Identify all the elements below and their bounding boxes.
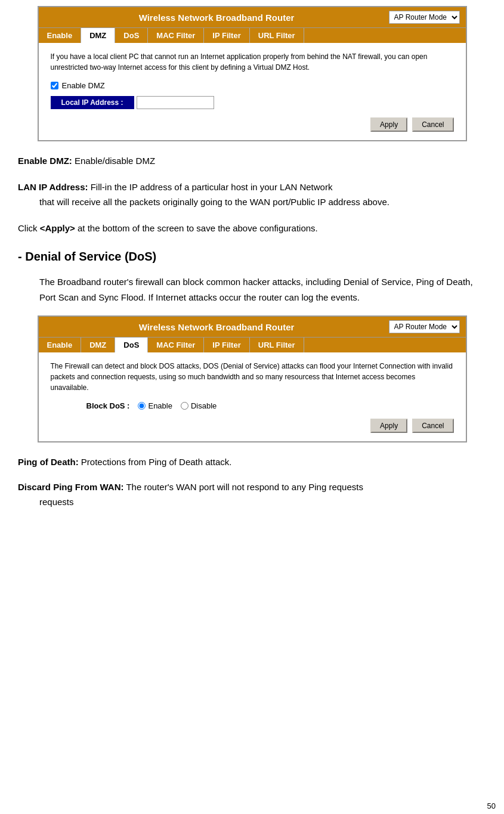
discard-desc: The router's WAN port will not respond t…	[124, 482, 363, 492]
ping-term: Ping of Death:	[18, 457, 79, 467]
dos-router-header-title: Wireless Network Broadband Router	[45, 322, 389, 332]
page-number: 50	[487, 801, 496, 810]
dos-intro-indent: The Broadband router's firewall can bloc…	[39, 274, 486, 305]
click-apply-text: Click	[18, 223, 40, 233]
dos-apply-button[interactable]: Apply	[370, 419, 407, 433]
nav-dos[interactable]: DoS	[115, 28, 148, 43]
lan-ip-indent: that will receive all the packets origin…	[39, 194, 486, 210]
click-apply-rest: at the bottom of the screen to save the …	[75, 223, 318, 233]
dos-intro: The Broadband router's firewall can bloc…	[39, 277, 473, 302]
discard-requests: requests	[39, 497, 74, 507]
discard-term: Discard Ping From WAN:	[18, 482, 124, 492]
dos-ap-router-mode-select[interactable]: AP Router Mode	[389, 320, 460, 333]
lan-ip-term: LAN IP Address:	[18, 182, 88, 192]
dos-btn-row: Apply Cancel	[51, 419, 454, 433]
ap-router-mode-select[interactable]: AP Router Mode	[389, 11, 460, 24]
dos-router-panel: Wireless Network Broadband Router AP Rou…	[38, 315, 467, 442]
dos-nav-url-filter[interactable]: URL Filter	[250, 338, 304, 352]
dmz-description: If you have a local client PC that canno…	[51, 51, 454, 73]
router-nav-dmz: Enable DMZ DoS MAC Filter IP Filter URL …	[39, 27, 466, 43]
dos-router-nav: Enable DMZ DoS MAC Filter IP Filter URL …	[39, 337, 466, 352]
dos-nav-mac-filter[interactable]: MAC Filter	[148, 338, 204, 352]
enable-dmz-checkbox[interactable]	[51, 82, 58, 89]
enable-radio-option[interactable]: Enable	[138, 401, 172, 410]
enable-radio-label: Enable	[148, 401, 172, 410]
dos-body: The Firewall can detect and block DOS at…	[39, 352, 466, 441]
dos-nav-ip-filter[interactable]: IP Filter	[204, 338, 249, 352]
nav-ip-filter[interactable]: IP Filter	[204, 28, 249, 43]
enable-dmz-text-section: Enable DMZ: Enable/disable DMZ	[18, 153, 486, 169]
ping-desc: Protections from Ping of Death attack.	[79, 457, 232, 467]
enable-dmz-label: Enable DMZ	[62, 81, 105, 90]
nav-dmz[interactable]: DMZ	[81, 28, 115, 43]
dmz-cancel-button[interactable]: Cancel	[412, 117, 453, 132]
discard-indent: requests	[39, 494, 486, 510]
nav-enable[interactable]: Enable	[39, 28, 82, 43]
block-dos-label: Block DoS :	[86, 401, 130, 410]
dos-nav-dos[interactable]: DoS	[115, 338, 148, 352]
nav-mac-filter[interactable]: MAC Filter	[148, 28, 204, 43]
ip-row: Local IP Address :	[51, 96, 454, 109]
disable-radio[interactable]	[181, 402, 188, 410]
dmz-btn-row: Apply Cancel	[51, 117, 454, 132]
enable-dmz-desc: Enable/disable DMZ	[72, 156, 155, 166]
disable-radio-label: Disable	[191, 401, 217, 410]
click-apply-term: <Apply>	[40, 223, 75, 233]
lan-ip-desc2: that will receive all the packets origin…	[39, 197, 389, 207]
router-header-title: Wireless Network Broadband Router	[45, 13, 389, 23]
enable-radio[interactable]	[138, 402, 146, 410]
disable-radio-option[interactable]: Disable	[181, 401, 217, 410]
dos-nav-enable[interactable]: Enable	[39, 338, 82, 352]
dos-intro-text: The Broadband router's firewall can bloc…	[18, 274, 486, 305]
lan-ip-text-section: LAN IP Address: Fill-in the IP address o…	[18, 179, 486, 210]
dmz-apply-button[interactable]: Apply	[370, 117, 407, 132]
ping-of-death-section: Ping of Death: Protections from Ping of …	[18, 454, 486, 470]
dos-router-header: Wireless Network Broadband Router AP Rou…	[39, 317, 466, 337]
dos-heading: - Denial of Service (DoS)	[18, 250, 486, 264]
router-header: Wireless Network Broadband Router AP Rou…	[39, 7, 466, 27]
dos-description: The Firewall can detect and block DOS at…	[51, 361, 454, 393]
local-ip-input[interactable]	[137, 96, 214, 109]
discard-ping-section: Discard Ping From WAN: The router's WAN …	[18, 479, 486, 510]
enable-dmz-term: Enable DMZ:	[18, 156, 72, 166]
click-apply-section: Click <Apply> at the bottom of the scree…	[18, 221, 486, 236]
dmz-router-panel: Wireless Network Broadband Router AP Rou…	[38, 6, 467, 141]
dos-cancel-button[interactable]: Cancel	[412, 419, 453, 433]
dos-nav-dmz[interactable]: DMZ	[81, 338, 115, 352]
nav-url-filter[interactable]: URL Filter	[250, 28, 304, 43]
radio-group: Enable Disable	[138, 401, 217, 410]
dmz-body: If you have a local client PC that canno…	[39, 43, 466, 140]
enable-dmz-row: Enable DMZ	[51, 81, 454, 90]
ip-label: Local IP Address :	[51, 96, 134, 109]
lan-ip-desc: Fill-in the IP address of a particular h…	[88, 182, 333, 192]
block-dos-row: Block DoS : Enable Disable	[86, 401, 454, 410]
